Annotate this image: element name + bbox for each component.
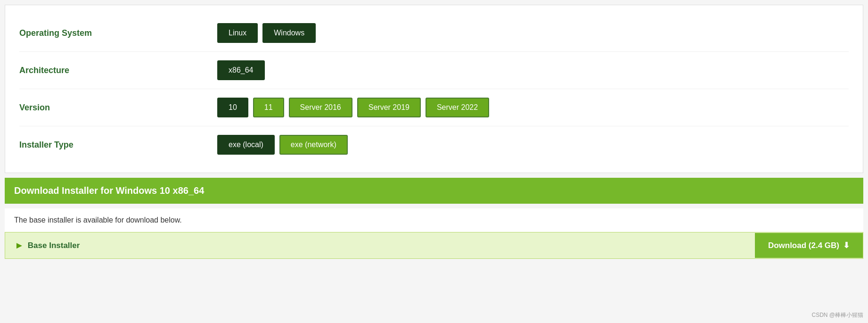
arch-label: Architecture [19,66,217,75]
version-row: Version 10 11 Server 2016 Server 2019 Se… [19,89,849,126]
os-options: Linux Windows [217,23,316,43]
config-section: Operating System Linux Windows Architect… [5,5,863,173]
installer-exe-network-btn[interactable]: exe (network) [279,135,348,155]
installer-type-row: Installer Type exe (local) exe (network) [19,126,849,163]
download-button[interactable]: Download (2.4 GB) ⬇ [755,233,863,258]
version-server2016-btn[interactable]: Server 2016 [289,98,352,117]
version-server2019-btn[interactable]: Server 2019 [357,98,421,117]
version-10-btn[interactable]: 10 [217,98,248,117]
base-installer-text: Base Installer [28,241,80,250]
installer-type-options: exe (local) exe (network) [217,135,348,155]
os-windows-btn[interactable]: Windows [262,23,316,43]
os-label: Operating System [19,28,217,38]
os-linux-btn[interactable]: Linux [217,23,258,43]
installer-exe-local-btn[interactable]: exe (local) [217,135,275,155]
download-button-label: Download (2.4 GB) [768,241,839,250]
version-label: Version [19,103,217,113]
arrow-icon: ► [15,240,24,251]
version-server2022-btn[interactable]: Server 2022 [426,98,489,117]
arch-x86-btn[interactable]: x86_64 [217,60,265,80]
arch-row: Architecture x86_64 [19,52,849,89]
download-description: The base installer is available for down… [5,208,863,232]
arch-options: x86_64 [217,60,265,80]
base-installer-row: ► Base Installer Download (2.4 GB) ⬇ [5,232,863,259]
download-header: Download Installer for Windows 10 x86_64 [5,178,863,204]
download-icon: ⬇ [843,240,850,250]
version-11-btn[interactable]: 11 [253,98,284,117]
base-installer-label: ► Base Installer [5,232,755,258]
version-options: 10 11 Server 2016 Server 2019 Server 202… [217,98,489,117]
os-row: Operating System Linux Windows [19,15,849,52]
installer-type-label: Installer Type [19,140,217,150]
